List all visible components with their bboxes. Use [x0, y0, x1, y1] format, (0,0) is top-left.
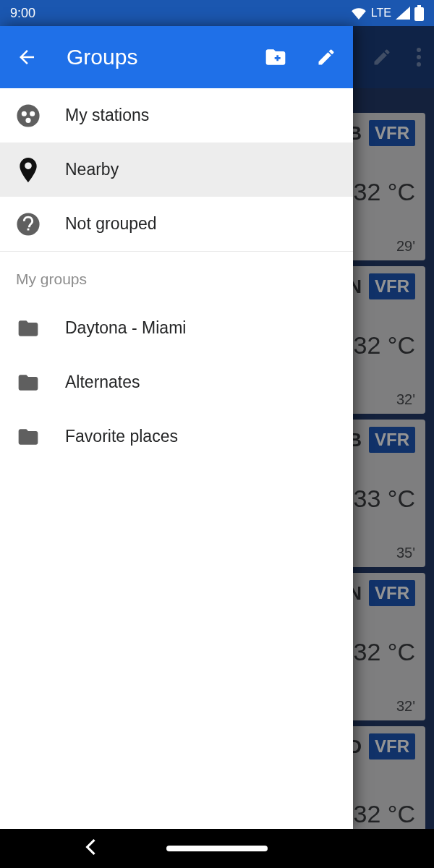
signal-icon	[396, 7, 410, 20]
new-folder-button[interactable]	[260, 42, 291, 72]
svg-point-8	[25, 117, 30, 122]
group-label: Alternates	[65, 373, 140, 392]
folder-icon	[16, 425, 41, 449]
item-my-stations[interactable]: My stations	[0, 88, 353, 142]
svg-point-9	[25, 162, 32, 169]
nav-home-pill[interactable]	[166, 846, 268, 851]
drawer-appbar: Groups	[0, 26, 353, 88]
folder-plus-icon	[264, 46, 287, 69]
status-time: 9:00	[10, 6, 35, 21]
status-bar: 9:00 LTE	[0, 0, 434, 26]
folder-icon	[16, 370, 41, 395]
svg-rect-1	[417, 5, 421, 7]
edit-button[interactable]	[311, 42, 341, 72]
groups-drawer: Groups My stations Nearby Not grouped	[0, 26, 353, 829]
back-button[interactable]	[12, 42, 42, 72]
item-label: My stations	[65, 106, 149, 125]
battery-icon	[414, 5, 424, 21]
status-indicators: LTE	[351, 5, 424, 21]
svg-point-5	[17, 104, 39, 127]
arrow-back-icon	[16, 46, 38, 68]
item-nearby[interactable]: Nearby	[0, 142, 353, 197]
item-label: Not grouped	[65, 214, 157, 234]
item-label: Nearby	[65, 160, 119, 179]
group-daytona-miami[interactable]: Daytona - Miami	[0, 301, 353, 355]
android-nav-bar	[0, 829, 434, 868]
wifi-icon	[351, 7, 367, 20]
svg-point-6	[22, 111, 27, 116]
folder-icon	[16, 316, 41, 341]
nav-back-button[interactable]	[84, 839, 97, 858]
network-label: LTE	[371, 7, 391, 20]
item-not-grouped[interactable]: Not grouped	[0, 197, 353, 251]
svg-rect-0	[414, 7, 424, 21]
group-label: Daytona - Miami	[65, 318, 186, 338]
pencil-icon	[316, 47, 336, 67]
group-alternates[interactable]: Alternates	[0, 355, 353, 409]
group-label: Favorite places	[65, 427, 178, 446]
section-my-groups: My groups	[0, 252, 353, 301]
location-pin-icon	[16, 158, 41, 182]
help-icon	[16, 212, 41, 237]
chevron-left-icon	[84, 839, 97, 855]
svg-point-7	[30, 111, 35, 116]
stations-icon	[16, 103, 41, 128]
drawer-title: Groups	[67, 45, 240, 69]
drawer-list: My stations Nearby Not grouped My groups…	[0, 88, 353, 829]
group-favorite-places[interactable]: Favorite places	[0, 409, 353, 464]
